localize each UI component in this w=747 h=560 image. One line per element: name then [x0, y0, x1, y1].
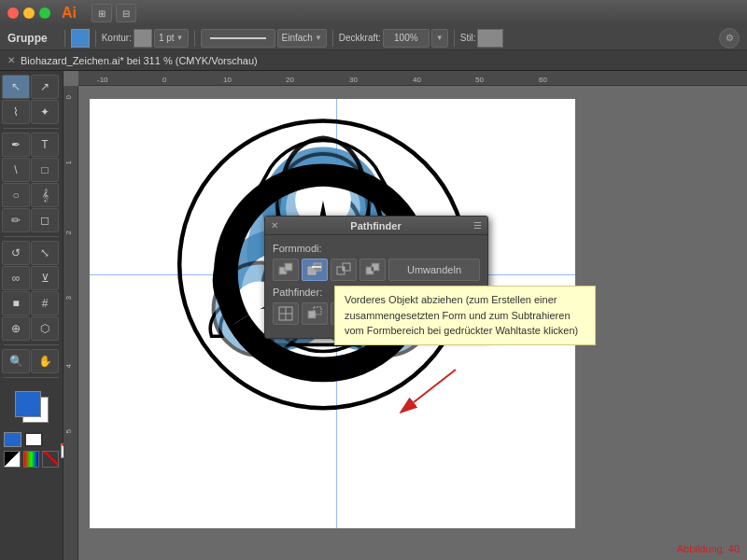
- arrow-line: [414, 370, 456, 402]
- ruler-mark-neg10: -10: [97, 76, 108, 84]
- ellipse-tool[interactable]: ○: [2, 183, 30, 207]
- fill-swatch[interactable]: [71, 29, 90, 48]
- ruler-mark-60: 60: [539, 76, 547, 84]
- pathfinder-panel-menu[interactable]: ☰: [473, 220, 482, 231]
- title-icon-1[interactable]: ⊞: [92, 4, 112, 22]
- figure-label: Abbildung: 40: [677, 543, 740, 554]
- ruler-mark-10: 10: [223, 76, 232, 84]
- pathfinder-close-button[interactable]: ✕: [271, 220, 278, 231]
- divider-3: [194, 30, 195, 47]
- stroke-style-value: Einfach: [282, 33, 313, 43]
- scale-tool[interactable]: ⤡: [31, 241, 59, 265]
- ruler-left: 0 1 2 3 4 5: [63, 86, 78, 560]
- gradient-tool[interactable]: ■: [2, 291, 30, 315]
- divider-5: [454, 30, 455, 47]
- rotate-tool[interactable]: ↺: [2, 241, 30, 265]
- zoom-tool[interactable]: 🔍: [2, 349, 30, 373]
- document-tab-title[interactable]: Biohazard_Zeichen.ai* bei 311 % (CMYK/Vo…: [21, 55, 258, 66]
- umwandeln-button[interactable]: Umwandeln: [388, 259, 480, 281]
- ruler-mark-20: 20: [286, 76, 294, 84]
- fill-indicator[interactable]: [4, 432, 21, 447]
- paintbrush-tool[interactable]: 𝄞: [31, 183, 59, 207]
- maximize-button[interactable]: [39, 7, 50, 19]
- stroke-swatch[interactable]: [134, 29, 152, 48]
- stroke-style-dropdown[interactable]: Einfach ▼: [277, 29, 327, 48]
- toolbar: ↖ ↗ ⌇ ✦ ✒ T \ □ ○ 𝄞 ✏ ◻ ↺ ⤡ ∞: [0, 71, 63, 560]
- app-logo: Ai: [62, 5, 77, 21]
- fill-stroke-row: [4, 432, 59, 447]
- foreground-color-swatch[interactable]: [15, 391, 41, 417]
- pathfinder-panel-titlebar[interactable]: ✕ Pathfinder ☰: [265, 217, 487, 235]
- pen-tool[interactable]: ✒: [2, 133, 30, 157]
- mesh-tool[interactable]: #: [31, 291, 59, 315]
- tool-separator-4: [4, 377, 59, 378]
- main-area: ↖ ↗ ⌇ ✦ ✒ T \ □ ○ 𝄞 ✏ ◻ ↺ ⤡ ∞: [0, 71, 747, 560]
- arrow-svg: [400, 360, 474, 416]
- deckkraft-value[interactable]: 100%: [383, 29, 430, 48]
- stroke-weight-value: 1 pt: [159, 33, 175, 43]
- tool-row-9: ■ #: [2, 291, 61, 315]
- formmodi-buttons: Umwandeln: [273, 259, 480, 281]
- fg-bg-swatches: [11, 387, 52, 428]
- group-label: Gruppe: [7, 32, 48, 45]
- deckkraft-dropdown[interactable]: ▼: [431, 29, 448, 48]
- intersect-button[interactable]: [331, 259, 357, 281]
- stroke-weight-dropdown[interactable]: 1 pt ▼: [154, 29, 189, 48]
- settings-icon[interactable]: ⚙: [719, 28, 740, 49]
- unite-button[interactable]: [273, 259, 299, 281]
- trim-button[interactable]: [302, 302, 328, 325]
- deckkraft-arrow: ▼: [436, 34, 444, 42]
- exclude-icon: [365, 262, 380, 277]
- none-toggle[interactable]: [42, 451, 59, 468]
- arrow-indicator: [400, 360, 474, 418]
- tool-separator-2: [4, 236, 59, 237]
- select-tool[interactable]: ↖: [2, 75, 30, 99]
- type-tool[interactable]: T: [31, 133, 59, 157]
- ruler-mark-v3: 3: [64, 296, 73, 300]
- minus-front-button[interactable]: [302, 259, 328, 281]
- canvas-area[interactable]: -10 0 10 20 30 40 50 60 0 1 2 3 4 5: [63, 71, 747, 560]
- eraser-tool[interactable]: ◻: [31, 208, 59, 232]
- options-bar: Gruppe Kontur: 1 pt ▼ Einfach ▼ Deckkraf…: [0, 26, 747, 50]
- color-mode-toggle[interactable]: [4, 451, 21, 468]
- ruler-mark-30: 30: [349, 76, 358, 84]
- tooltip: Vorderes Objekt abziehen (zum Erstellen …: [334, 286, 596, 345]
- stroke-indicator[interactable]: [24, 432, 43, 447]
- live-paint-tool[interactable]: ⬡: [31, 316, 59, 341]
- magic-wand-tool[interactable]: ✦: [31, 100, 59, 124]
- hand-tool[interactable]: ✋: [31, 349, 59, 373]
- minus-front-icon: [307, 262, 322, 277]
- tab-close-button[interactable]: ✕: [7, 55, 15, 65]
- shape-builder-tool[interactable]: ⊕: [2, 316, 30, 341]
- ruler-top: -10 0 10 20 30 40 50 60: [78, 71, 747, 86]
- minimize-button[interactable]: [23, 7, 35, 19]
- title-icon-2[interactable]: ⊟: [116, 4, 136, 22]
- color-mode-row: [4, 451, 59, 468]
- tool-row-11: 🔍 ✋: [2, 349, 61, 373]
- gradient-toggle[interactable]: [23, 451, 40, 468]
- blend-tool[interactable]: ∞: [2, 266, 30, 290]
- trim-icon: [307, 306, 322, 321]
- rect-tool[interactable]: □: [31, 158, 59, 182]
- line-tool[interactable]: \: [2, 158, 30, 182]
- tool-row-2: ⌇ ✦: [2, 100, 61, 124]
- svg-rect-7: [343, 267, 345, 271]
- tool-separator-3: [4, 344, 59, 345]
- direct-select-tool[interactable]: ↗: [31, 75, 59, 99]
- pencil-tool[interactable]: ✏: [2, 208, 30, 232]
- divide-button[interactable]: [273, 302, 299, 325]
- stil-swatch[interactable]: [477, 29, 503, 48]
- stroke-line-preview: [210, 37, 266, 39]
- tool-row-8: ∞ ⊻: [2, 266, 61, 290]
- pathfinder-panel-title: Pathfinder: [350, 220, 401, 231]
- exclude-button[interactable]: [359, 259, 386, 281]
- tool-separator-1: [4, 128, 59, 129]
- ruler-top-marks: -10 0 10 20 30 40 50 60: [78, 71, 747, 85]
- lasso-tool[interactable]: ⌇: [2, 100, 30, 124]
- eyedropper-tool[interactable]: ⊻: [31, 266, 59, 290]
- stroke-style-arrow: ▼: [315, 34, 322, 42]
- ruler-mark-0: 0: [162, 76, 166, 84]
- tool-row-5: ○ 𝄞: [2, 183, 61, 207]
- divider-4: [332, 30, 333, 47]
- close-button[interactable]: [7, 7, 19, 19]
